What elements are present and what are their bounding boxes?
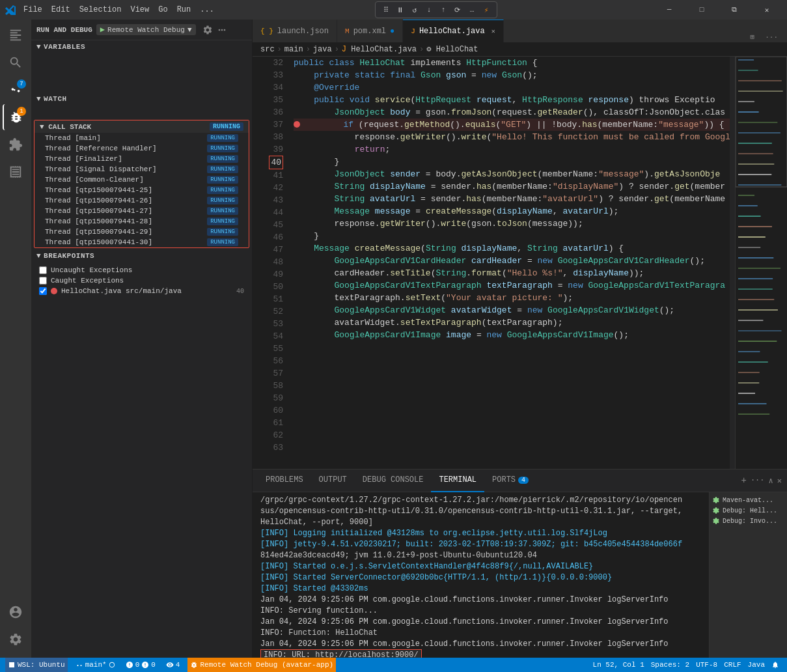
- status-encoding[interactable]: UTF-8: [693, 658, 720, 672]
- code-editor[interactable]: 3233343536373839404142434445464748495051…: [253, 57, 735, 469]
- thread-item[interactable]: Thread [qtp1500079441-27] RUNNING: [35, 206, 249, 216]
- thread-item[interactable]: Thread [qtp1500079441-28] RUNNING: [35, 216, 249, 227]
- breakpoints-section-header[interactable]: ▼ BREAKPOINTS: [31, 249, 252, 262]
- menu-go[interactable]: Go: [154, 4, 171, 16]
- menu-more[interactable]: ...: [196, 4, 218, 16]
- panel-tab-ports[interactable]: PORTS 4: [484, 469, 536, 492]
- window-minimize-btn[interactable]: ─: [654, 0, 684, 20]
- menu-edit[interactable]: Edit: [48, 4, 74, 16]
- thread-item[interactable]: Thread [Reference Handler] RUNNING: [35, 143, 249, 154]
- window-close-btn[interactable]: ✕: [752, 0, 782, 20]
- debug-step-over-btn[interactable]: ↓: [422, 3, 435, 16]
- thread-item[interactable]: Thread [qtp1500079441-26] RUNNING: [35, 195, 249, 206]
- vscode-icon: [5, 5, 16, 15]
- play-icon: ▶: [100, 25, 105, 35]
- panel-tab-output[interactable]: OUTPUT: [311, 469, 355, 492]
- tab-more-btn[interactable]: ···: [761, 32, 782, 42]
- status-eol[interactable]: CRLF: [721, 658, 743, 672]
- tab-close-icon[interactable]: ✕: [491, 27, 495, 35]
- panel-tab-problems[interactable]: PROBLEMS: [258, 469, 311, 492]
- code-content[interactable]: public class HelloChat implements HttpFu…: [288, 57, 730, 469]
- pom-xml-icon: M: [345, 27, 350, 35]
- window-maximize-btn[interactable]: □: [687, 0, 717, 20]
- bp-caught-checkbox[interactable]: [39, 277, 47, 285]
- status-spaces[interactable]: Spaces: 2: [648, 658, 692, 672]
- settings-gear-icon[interactable]: [202, 25, 213, 35]
- more-icon[interactable]: [217, 25, 227, 35]
- scrollbar[interactable]: [730, 57, 735, 469]
- status-position[interactable]: Ln 52, Col 1: [590, 658, 647, 672]
- line-number: 34: [255, 81, 283, 94]
- maximize-panel-icon[interactable]: ∧: [769, 476, 773, 486]
- bc-main[interactable]: main: [284, 45, 303, 54]
- activity-explorer[interactable]: [3, 22, 29, 48]
- status-notification[interactable]: [769, 658, 782, 672]
- status-git[interactable]: main*: [73, 658, 118, 672]
- activity-account[interactable]: [3, 599, 29, 625]
- panel-tab-terminal[interactable]: TERMINAL: [431, 469, 484, 492]
- tab-launch-json[interactable]: { } launch.json: [253, 20, 337, 42]
- activity-test[interactable]: [3, 159, 29, 185]
- debug-hell-item[interactable]: Debug: Hell...: [710, 505, 787, 516]
- line-number: 59: [255, 392, 283, 404]
- debug-toolbar-inner: ⠿ ⏸ ↺ ↓ ↑ ⟳ … ⚡: [375, 1, 497, 18]
- more-terminals-icon[interactable]: ···: [751, 476, 765, 485]
- thread-item[interactable]: Thread [Finalizer] RUNNING: [35, 154, 249, 164]
- log-line: Jan 04, 2024 9:25:06 PM com.google.cloud…: [260, 639, 669, 649]
- tab-pom-xml[interactable]: M pom.xml ●: [337, 20, 403, 42]
- debug-continue-btn[interactable]: ↺: [408, 3, 421, 16]
- menu-run[interactable]: Run: [173, 4, 195, 16]
- thread-status: RUNNING: [207, 134, 238, 142]
- add-terminal-icon[interactable]: +: [741, 475, 747, 486]
- activity-run-debug[interactable]: 1: [3, 104, 29, 130]
- debug-step-into-btn[interactable]: ↑: [437, 3, 450, 16]
- split-editor-btn[interactable]: ⊞: [747, 31, 759, 42]
- bp-file-checkbox[interactable]: [39, 287, 47, 295]
- bc-java[interactable]: java: [313, 45, 332, 54]
- terminal-content[interactable]: /grpc/grpc-context/1.27.2/grpc-context-1…: [253, 492, 709, 658]
- watch-section-header[interactable]: ▼ WATCH: [31, 92, 252, 105]
- thread-item[interactable]: Thread [qtp1500079441-25] RUNNING: [35, 185, 249, 195]
- menu-selection[interactable]: Selection: [76, 4, 126, 16]
- activity-settings[interactable]: [3, 626, 29, 652]
- debug-more-btn[interactable]: …: [465, 3, 478, 16]
- call-stack-section: ▼ CALL STACK Running Thread [main] RUNNI…: [34, 120, 249, 248]
- window-tile-btn[interactable]: ⧉: [719, 0, 749, 20]
- line-number: 51: [255, 293, 283, 305]
- activity-search[interactable]: [3, 49, 29, 76]
- close-panel-icon[interactable]: ✕: [777, 476, 782, 486]
- panel-tab-debug-console[interactable]: DEBUG CONSOLE: [355, 469, 432, 492]
- status-wsl[interactable]: WSL: Ubuntu: [5, 658, 68, 672]
- terminal-line: Jan 04, 2024 9:25:06 PM com.google.cloud…: [260, 595, 701, 606]
- debug-invo-item[interactable]: Debug: Invo...: [710, 516, 787, 526]
- debug-restart-btn[interactable]: ⟳: [451, 3, 464, 16]
- bc-file[interactable]: J HelloChat.java: [342, 45, 417, 54]
- bc-src[interactable]: src: [260, 45, 275, 54]
- bp-uncaught-checkbox[interactable]: [39, 266, 47, 274]
- status-threads[interactable]: 4: [163, 658, 183, 672]
- maven-avatar-item[interactable]: Maven-avat...: [710, 495, 787, 505]
- debug-grid-btn[interactable]: ⠿: [380, 3, 393, 16]
- thread-item[interactable]: Thread [Common-Cleaner] RUNNING: [35, 175, 249, 185]
- variables-section-header[interactable]: ▼ VARIABLES: [31, 40, 252, 53]
- bc-class[interactable]: ⚙ HelloChat: [426, 44, 478, 54]
- debug-pause-btn[interactable]: ⏸: [394, 3, 407, 16]
- thread-item[interactable]: Thread [Signal Dispatcher] RUNNING: [35, 164, 249, 175]
- thread-item[interactable]: Thread [qtp1500079441-29] RUNNING: [35, 227, 249, 237]
- status-errors[interactable]: 0 0: [123, 658, 158, 672]
- bp-file: HelloChat.java src/main/java 40: [34, 286, 249, 296]
- run-config-selector[interactable]: ▶ Remote Watch Debug ▼: [96, 24, 196, 35]
- status-debug[interactable]: Remote Watch Debug (avatar-app): [187, 658, 336, 672]
- menu-view[interactable]: View: [126, 4, 153, 16]
- debug-stop-btn[interactable]: ⚡: [480, 3, 493, 16]
- activity-source-control[interactable]: 7: [3, 77, 29, 103]
- position-label: Ln 52, Col 1: [593, 661, 644, 669]
- menu-file[interactable]: File: [20, 4, 46, 16]
- status-language[interactable]: Java: [745, 658, 767, 672]
- code-line: textParagraph.setText("Your avatar pictu…: [294, 292, 730, 304]
- activity-extensions[interactable]: [3, 132, 29, 158]
- thread-item[interactable]: Thread [main] RUNNING: [35, 133, 249, 143]
- tab-hellochat-java[interactable]: J HelloChat.java ✕: [403, 20, 503, 42]
- thread-item[interactable]: Thread [qtp1500079441-30] RUNNING: [35, 237, 249, 247]
- code-line: public void service(HttpRequest request,…: [294, 94, 730, 106]
